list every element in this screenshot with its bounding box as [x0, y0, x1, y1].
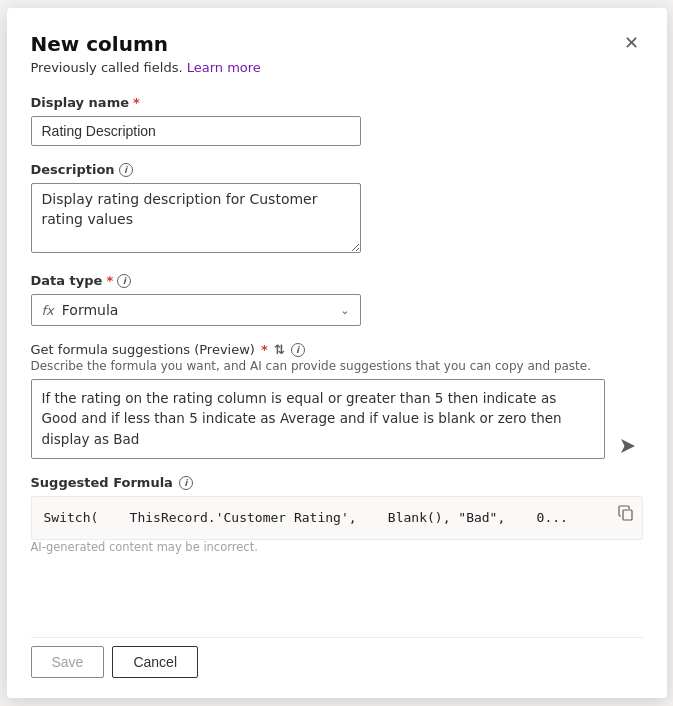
save-button[interactable]: Save: [31, 646, 105, 678]
formula-required-star: *: [261, 342, 268, 357]
description-label: Description i: [31, 162, 643, 177]
formula-code: Switch( ThisRecord.'Customer Rating', Bl…: [44, 510, 568, 525]
formula-hint-text: Describe the formula you want, and AI ca…: [31, 359, 643, 373]
chevron-down-icon: ⌄: [340, 304, 349, 317]
formula-textarea[interactable]: If the rating on the rating column is eq…: [31, 379, 605, 459]
description-input[interactable]: Display rating description for Customer …: [31, 183, 361, 253]
description-info-icon[interactable]: i: [119, 163, 133, 177]
data-type-value: Formula: [62, 302, 119, 318]
cancel-button[interactable]: Cancel: [112, 646, 198, 678]
data-type-select[interactable]: fx Formula ⌄: [31, 294, 361, 326]
formula-suggestions-label: Get formula suggestions (Preview) * ⇅ i: [31, 342, 643, 357]
display-name-group: Display name *: [31, 95, 643, 146]
svg-rect-0: [623, 510, 632, 520]
dialog-title: New column: [31, 32, 169, 56]
data-type-required-star: *: [106, 273, 113, 288]
data-type-info-icon[interactable]: i: [117, 274, 131, 288]
send-formula-button[interactable]: [613, 433, 643, 459]
fx-icon: fx: [42, 303, 54, 318]
formula-input-outer: If the rating on the rating column is eq…: [31, 379, 643, 459]
display-name-label: Display name *: [31, 95, 643, 110]
formula-code-wrapper: Switch( ThisRecord.'Customer Rating', Bl…: [31, 496, 643, 540]
data-type-label: Data type * i: [31, 273, 643, 288]
learn-more-link[interactable]: Learn more: [187, 60, 261, 75]
suggested-formula-info-icon[interactable]: i: [179, 476, 193, 490]
ai-disclaimer: AI-generated content may be incorrect.: [31, 540, 643, 554]
suggested-formula-section: Suggested Formula i Switch( ThisRecord.'…: [31, 475, 643, 570]
formula-suggestions-group: Get formula suggestions (Preview) * ⇅ i …: [31, 342, 643, 459]
dialog-subtitle: Previously called fields. Learn more: [31, 60, 643, 75]
suggested-formula-label: Suggested Formula i: [31, 475, 643, 490]
new-column-dialog: New column ✕ Previously called fields. L…: [7, 8, 667, 698]
data-type-group: Data type * i fx Formula ⌄: [31, 273, 643, 326]
formula-info-icon[interactable]: i: [291, 343, 305, 357]
dialog-footer: Save Cancel: [31, 637, 643, 678]
description-group: Description i Display rating description…: [31, 162, 643, 257]
refresh-icon[interactable]: ⇅: [274, 342, 285, 357]
required-star: *: [133, 95, 140, 110]
close-button[interactable]: ✕: [620, 32, 643, 54]
copy-formula-button[interactable]: [618, 505, 634, 525]
display-name-input[interactable]: [31, 116, 361, 146]
data-type-select-display[interactable]: fx Formula ⌄: [31, 294, 361, 326]
dialog-header: New column ✕: [31, 32, 643, 56]
